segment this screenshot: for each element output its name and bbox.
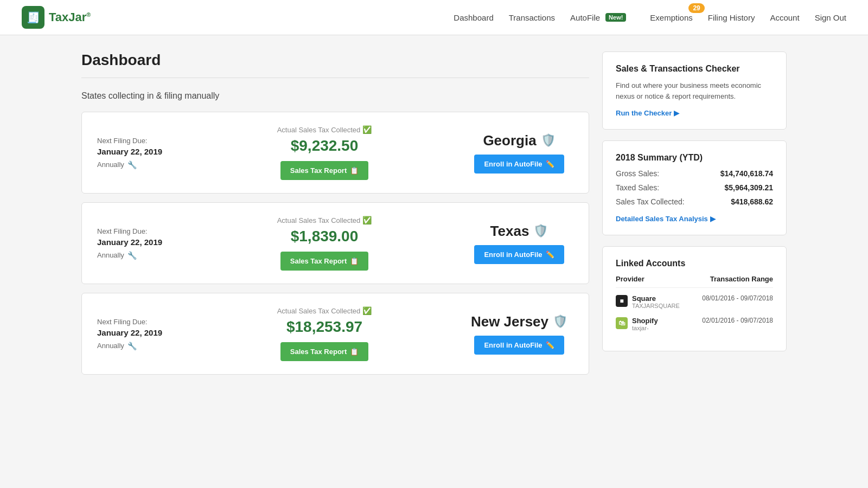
card-right-texas: Texas 🛡️ Enroll in AutoFile ✏️ bbox=[465, 223, 573, 264]
exemptions-notification-badge: 29 bbox=[688, 3, 704, 13]
collected-label-georgia: Actual Sales Tax Collected ✅ bbox=[195, 125, 454, 134]
logo-text: TaxJar® bbox=[49, 10, 91, 24]
wrench-icon-georgia[interactable]: 🔧 bbox=[127, 160, 137, 169]
enroll-btn-texas[interactable]: Enroll in AutoFile ✏️ bbox=[474, 245, 564, 264]
amount-new-jersey: $18,253.97 bbox=[195, 318, 454, 336]
report-icon-georgia: 📋 bbox=[350, 166, 359, 175]
checker-panel-title: Sales & Transactions Checker bbox=[616, 64, 773, 74]
card-left-new-jersey: Next Filing Due: January 22, 2019 Annual… bbox=[97, 318, 184, 350]
sidebar: Sales & Transactions Checker Find out wh… bbox=[602, 52, 787, 383]
autofile-badge: New! bbox=[605, 13, 626, 22]
enroll-btn-georgia[interactable]: Enroll in AutoFile ✏️ bbox=[474, 155, 564, 174]
summary-panel-title: 2018 Summary (YTD) bbox=[616, 153, 773, 163]
shopify-range: 02/01/2016 - 09/07/2018 bbox=[702, 317, 773, 324]
linked-accounts-header: Provider Transaction Range bbox=[616, 275, 773, 288]
card-left-georgia: Next Filing Due: January 22, 2019 Annual… bbox=[97, 137, 184, 169]
checker-panel-desc: Find out where your business meets econo… bbox=[616, 80, 773, 101]
state-cards-list: Next Filing Due: January 22, 2019 Annual… bbox=[81, 112, 589, 375]
nav-dashboard[interactable]: Dashboard bbox=[454, 13, 493, 22]
square-provider-info: Square TAXJARSQUARE bbox=[632, 294, 680, 309]
range-col-header: Transaction Range bbox=[710, 275, 773, 283]
enroll-icon-texas: ✏️ bbox=[546, 251, 554, 259]
state-name-georgia: Georgia 🛡️ bbox=[465, 132, 573, 149]
page-body: Dashboard States collecting in & filing … bbox=[60, 35, 808, 400]
report-btn-new-jersey[interactable]: Sales Tax Report 📋 bbox=[280, 342, 369, 361]
state-card-texas: Next Filing Due: January 22, 2019 Annual… bbox=[81, 202, 589, 284]
chevron-right-icon-summary: ▶ bbox=[710, 215, 716, 223]
state-card-georgia: Next Filing Due: January 22, 2019 Annual… bbox=[81, 112, 589, 194]
linked-provider-square: ■ Square TAXJARSQUARE bbox=[616, 294, 680, 309]
section-heading: States collecting in & filing manually bbox=[81, 91, 589, 101]
enroll-icon-georgia: ✏️ bbox=[546, 160, 554, 168]
summary-collected-label: Sales Tax Collected: bbox=[616, 197, 685, 206]
logo: 🧾 TaxJar® bbox=[22, 6, 91, 29]
linked-row-square: ■ Square TAXJARSQUARE 08/01/2016 - 09/07… bbox=[616, 294, 773, 309]
amount-texas: $1,839.00 bbox=[195, 228, 454, 245]
shopify-provider-id: taxjar- bbox=[632, 325, 658, 331]
card-center-new-jersey: Actual Sales Tax Collected ✅ $18,253.97 … bbox=[184, 306, 465, 361]
nav-filing-history[interactable]: Filing History bbox=[708, 13, 755, 22]
shopify-provider-icon: 🛍 bbox=[616, 317, 628, 329]
detailed-analysis-link[interactable]: Detailed Sales Tax Analysis ▶ bbox=[616, 215, 773, 223]
square-provider-name: Square bbox=[632, 294, 680, 303]
enroll-icon-new-jersey: ✏️ bbox=[546, 341, 554, 349]
summary-row-gross: Gross Sales: $14,740,618.74 bbox=[616, 169, 773, 178]
title-divider bbox=[81, 78, 589, 78]
report-icon-texas: 📋 bbox=[350, 257, 359, 265]
summary-collected-value: $418,688.62 bbox=[731, 197, 773, 206]
header: 🧾 TaxJar® Dashboard Transactions AutoFil… bbox=[0, 0, 868, 35]
checker-panel: Sales & Transactions Checker Find out wh… bbox=[602, 52, 787, 130]
card-left-texas: Next Filing Due: January 22, 2019 Annual… bbox=[97, 227, 184, 260]
summary-taxed-label: Taxed Sales: bbox=[616, 183, 659, 192]
summary-row-taxed: Taxed Sales: $5,964,309.21 bbox=[616, 183, 773, 192]
wrench-icon-texas[interactable]: 🔧 bbox=[127, 251, 137, 260]
nav-sign-out[interactable]: Sign Out bbox=[815, 13, 846, 22]
report-btn-georgia[interactable]: Sales Tax Report 📋 bbox=[280, 161, 369, 180]
linked-accounts-panel: Linked Accounts Provider Transaction Ran… bbox=[602, 246, 787, 351]
summary-gross-label: Gross Sales: bbox=[616, 169, 659, 178]
square-provider-id: TAXJARSQUARE bbox=[632, 303, 680, 309]
check-icon-texas: ✅ bbox=[362, 216, 372, 224]
page-title: Dashboard bbox=[81, 52, 589, 69]
square-provider-icon: ■ bbox=[616, 295, 628, 307]
run-checker-link[interactable]: Run the Checker ▶ bbox=[616, 109, 773, 117]
summary-panel: 2018 Summary (YTD) Gross Sales: $14,740,… bbox=[602, 140, 787, 235]
nav-account[interactable]: Account bbox=[770, 13, 799, 22]
next-filing-label-texas: Next Filing Due: bbox=[97, 227, 184, 235]
state-card-new-jersey: Next Filing Due: January 22, 2019 Annual… bbox=[81, 293, 589, 375]
nav-autofile-wrap: AutoFile New! bbox=[570, 13, 626, 22]
frequency-texas: Annually 🔧 bbox=[97, 251, 184, 260]
next-filing-label-new-jersey: Next Filing Due: bbox=[97, 318, 184, 326]
nav-exemptions[interactable]: Exemptions bbox=[650, 13, 692, 22]
linked-row-shopify: 🛍 Shopify taxjar- 02/01/2016 - 09/07/201… bbox=[616, 317, 773, 331]
report-btn-texas[interactable]: Sales Tax Report 📋 bbox=[280, 252, 369, 271]
check-icon-georgia: ✅ bbox=[362, 125, 372, 134]
card-right-georgia: Georgia 🛡️ Enroll in AutoFile ✏️ bbox=[465, 132, 573, 174]
shield-icon-texas: 🛡️ bbox=[533, 224, 548, 238]
logo-icon: 🧾 bbox=[22, 6, 44, 29]
nav-exemptions-wrap: Exemptions 29 bbox=[650, 13, 692, 22]
frequency-georgia: Annually 🔧 bbox=[97, 160, 184, 169]
amount-georgia: $9,232.50 bbox=[195, 137, 454, 155]
shopify-provider-info: Shopify taxjar- bbox=[632, 317, 658, 331]
main-nav: Dashboard Transactions AutoFile New! Exe… bbox=[454, 13, 846, 22]
chevron-right-icon: ▶ bbox=[674, 109, 679, 117]
linked-accounts-title: Linked Accounts bbox=[616, 259, 773, 268]
nav-autofile[interactable]: AutoFile bbox=[570, 13, 600, 22]
provider-col-header: Provider bbox=[616, 275, 644, 283]
nav-transactions[interactable]: Transactions bbox=[509, 13, 555, 22]
wrench-icon-new-jersey[interactable]: 🔧 bbox=[127, 342, 137, 350]
next-filing-date-texas: January 22, 2019 bbox=[97, 237, 184, 247]
summary-gross-value: $14,740,618.74 bbox=[720, 169, 773, 178]
summary-row-collected: Sales Tax Collected: $418,688.62 bbox=[616, 197, 773, 206]
shopify-provider-name: Shopify bbox=[632, 317, 658, 325]
next-filing-date-new-jersey: January 22, 2019 bbox=[97, 328, 184, 337]
summary-taxed-value: $5,964,309.21 bbox=[724, 183, 773, 192]
enroll-btn-new-jersey[interactable]: Enroll in AutoFile ✏️ bbox=[474, 336, 564, 355]
shield-icon-georgia: 🛡️ bbox=[541, 133, 556, 147]
report-icon-new-jersey: 📋 bbox=[350, 348, 359, 356]
next-filing-date-georgia: January 22, 2019 bbox=[97, 147, 184, 156]
card-right-new-jersey: New Jersey 🛡️ Enroll in AutoFile ✏️ bbox=[465, 313, 573, 355]
shield-icon-new-jersey: 🛡️ bbox=[553, 314, 567, 329]
square-range: 08/01/2016 - 09/07/2018 bbox=[702, 294, 773, 302]
